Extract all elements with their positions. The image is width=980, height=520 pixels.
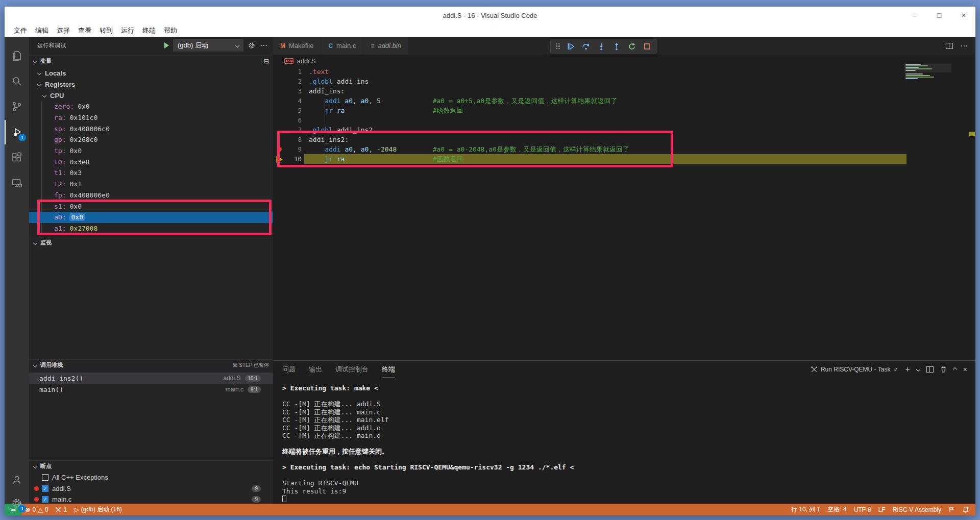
more-actions-icon[interactable]: ⋯ <box>260 41 268 50</box>
register-row-t2[interactable]: t2:0x1 <box>29 179 273 190</box>
code-line-5[interactable]: 5 jr ra #函数返回 <box>273 106 975 115</box>
minimize-button[interactable]: – <box>910 11 919 19</box>
callstack-frame[interactable]: addi_ins2()addi.S10:1 <box>29 373 273 384</box>
register-row-t1[interactable]: t1:0x3 <box>29 167 273 179</box>
gutter-margin[interactable] <box>273 67 286 77</box>
tab-main.c[interactable]: Cmain.c <box>321 37 363 55</box>
code-line-1[interactable]: 1.text <box>273 67 975 77</box>
code-line-7[interactable]: 7.globl addi_ins2 <box>273 125 975 135</box>
register-row-ra[interactable]: ra:0x101c0 <box>29 112 273 123</box>
account-icon[interactable] <box>5 467 29 492</box>
gutter-margin[interactable] <box>273 77 286 86</box>
new-terminal-icon[interactable]: + <box>905 365 910 374</box>
chevron-down-icon[interactable] <box>916 367 920 372</box>
gutter-margin[interactable] <box>273 135 286 144</box>
continue-button[interactable] <box>564 40 577 53</box>
breakpoint-checkbox[interactable]: ✓ <box>42 485 48 492</box>
eol[interactable]: LF <box>875 504 889 515</box>
code-line-2[interactable]: 2.globl addi_ins <box>273 77 975 86</box>
panel-tab-调试控制台[interactable]: 调试控制台 <box>335 361 369 378</box>
extensions-icon[interactable] <box>5 145 29 170</box>
split-editor-icon[interactable] <box>946 43 953 49</box>
gutter-margin[interactable] <box>273 154 286 164</box>
gutter-margin[interactable] <box>273 125 286 135</box>
panel-tab-问题[interactable]: 问题 <box>282 361 296 378</box>
trash-icon[interactable] <box>940 366 947 373</box>
run-debug-icon[interactable]: 1 <box>5 120 29 144</box>
drag-handle[interactable] <box>556 43 560 49</box>
register-row-t0[interactable]: t0:0x3e8 <box>29 156 273 167</box>
register-row-a1[interactable]: a1:0x27008 <box>29 223 273 234</box>
restart-button[interactable] <box>625 40 639 53</box>
chevron-up-icon[interactable] <box>953 367 957 372</box>
task-label-group[interactable]: Run RISCV-QEMU - Task ✓ <box>811 366 899 373</box>
gutter-margin[interactable] <box>273 106 286 115</box>
tree-item-registers[interactable]: Registers <box>29 79 273 90</box>
code-line-6[interactable]: 6 <box>273 115 975 125</box>
breakpoint-row[interactable]: All C++ Exceptions <box>29 472 273 483</box>
menu-item-编辑[interactable]: 编辑 <box>31 25 53 36</box>
panel-tab-终端[interactable]: 终端 <box>382 361 395 378</box>
breakpoint-row[interactable]: ✓addi.S9 <box>29 483 273 494</box>
code-line-10[interactable]: 10 jr ra #函数返回 <box>273 154 975 164</box>
debug-session-status[interactable]: ▷ (gdb) 启动 (16) <box>70 504 126 515</box>
remote-explorer-icon[interactable] <box>5 171 29 195</box>
stop-button[interactable] <box>641 40 654 53</box>
maximize-button[interactable]: □ <box>935 11 944 19</box>
breakpoint-checkbox[interactable]: ✓ <box>42 496 48 503</box>
collapse-all-icon[interactable]: ⊟ <box>264 58 269 65</box>
gutter-margin[interactable] <box>273 86 286 96</box>
code-line-8[interactable]: 8addi_ins2: <box>273 135 975 144</box>
code-line-9[interactable]: 9 addi a0, a0, -2048 #a0 = a0-2048,a0是参数… <box>273 144 975 154</box>
tree-item-cpu[interactable]: CPU <box>29 90 273 101</box>
register-row-fp[interactable]: fp:0x408006e0 <box>29 190 273 201</box>
register-row-zero[interactable]: zero:0x0 <box>29 101 273 112</box>
menu-item-帮助[interactable]: 帮助 <box>160 25 181 36</box>
cursor-position[interactable]: 行 10, 列 1 <box>788 504 824 515</box>
source-control-icon[interactable] <box>5 94 29 119</box>
settings-gear-icon[interactable]: 1 <box>5 491 29 515</box>
gear-icon[interactable] <box>248 41 256 49</box>
editor-more-actions-icon[interactable]: ⋯ <box>960 41 968 51</box>
menu-item-运行[interactable]: 运行 <box>117 25 138 36</box>
language-mode[interactable]: RISC-V Assembly <box>889 504 945 515</box>
notifications-bell-icon[interactable] <box>959 504 975 515</box>
panel-tab-输出[interactable]: 输出 <box>309 361 322 378</box>
gutter-margin[interactable] <box>273 96 286 106</box>
breakpoint-checkbox[interactable] <box>42 474 48 481</box>
menu-item-选择[interactable]: 选择 <box>53 25 74 36</box>
step-over-button[interactable] <box>579 40 593 53</box>
menu-item-查看[interactable]: 查看 <box>74 25 95 36</box>
callstack-section-header[interactable]: 调用堆栈 因 STEP 已暂停 <box>29 359 273 370</box>
encoding[interactable]: UTF-8 <box>850 504 875 515</box>
close-panel-icon[interactable]: × <box>963 365 967 374</box>
breadcrumb[interactable]: ASM addi.S <box>284 56 316 66</box>
breakpoint-dot[interactable] <box>277 147 282 152</box>
code-editor[interactable]: ASM addi.S 1.text2.globl addi_ins3addi_i… <box>273 55 975 360</box>
search-icon[interactable] <box>5 69 29 93</box>
watch-section-header[interactable]: 监视 <box>29 237 273 248</box>
code-line-3[interactable]: 3addi_ins: <box>273 86 975 96</box>
register-row-gp[interactable]: gp:0x268c0 <box>29 134 273 145</box>
gutter-margin[interactable] <box>273 115 286 125</box>
launch-config-dropdown[interactable]: (gdb) 启动 <box>173 39 243 52</box>
register-row-sp[interactable]: sp:0x408006c0 <box>29 123 273 134</box>
indentation[interactable]: 空格: 4 <box>824 504 850 515</box>
variables-section-header[interactable]: 变量 ⊟ <box>29 55 273 66</box>
menu-item-转到[interactable]: 转到 <box>95 25 117 36</box>
breakpoints-section-header[interactable]: 断点 <box>29 460 273 472</box>
register-row-tp[interactable]: tp:0x0 <box>29 145 273 157</box>
feedback-icon[interactable] <box>945 504 959 515</box>
breakpoint-row[interactable]: ✓main.c9 <box>29 494 273 504</box>
explorer-icon[interactable] <box>5 43 29 68</box>
step-into-button[interactable] <box>595 40 608 53</box>
step-out-button[interactable] <box>610 40 623 53</box>
code-line-4[interactable]: 4 addi a0, a0, 5 #a0 = a0+5,a0是参数，又是返回值，… <box>273 96 975 106</box>
register-row-s1[interactable]: s1:0x0 <box>29 201 273 212</box>
callstack-frame[interactable]: main()main.c9:1 <box>29 384 273 395</box>
start-debug-icon[interactable] <box>164 42 169 48</box>
menu-item-终端[interactable]: 终端 <box>138 25 160 36</box>
close-button[interactable]: × <box>959 11 968 19</box>
tools-status[interactable]: 1 <box>52 504 70 515</box>
tab-Makefile[interactable]: MMakefile <box>273 37 321 55</box>
